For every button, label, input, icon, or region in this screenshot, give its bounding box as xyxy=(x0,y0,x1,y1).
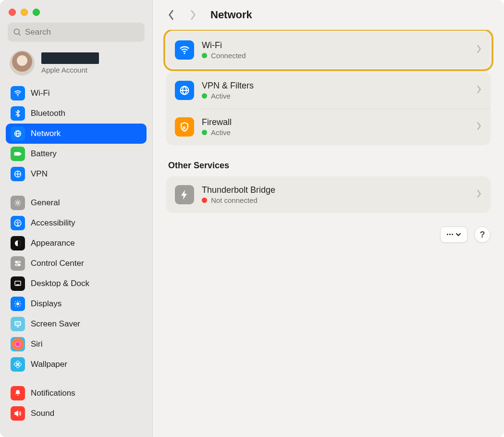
displays-icon xyxy=(11,297,25,311)
page-title: Network xyxy=(210,9,252,21)
sidebar-item-label: Displays xyxy=(31,299,61,309)
sidebar-item-siri[interactable]: Siri xyxy=(6,334,147,354)
chevron-right-icon xyxy=(190,10,197,20)
gear-icon xyxy=(11,196,25,210)
question-mark-icon: ? xyxy=(480,230,485,240)
minimize-window-button[interactable] xyxy=(21,9,28,16)
search-input[interactable] xyxy=(25,27,140,37)
sidebar-item-general[interactable]: General xyxy=(6,193,147,213)
svg-point-2 xyxy=(17,95,18,96)
sidebar-item-label: Accessibility xyxy=(31,218,75,228)
svg-point-14 xyxy=(18,264,19,265)
service-status: Not connected xyxy=(202,196,275,204)
service-status-text: Not connected xyxy=(211,196,258,204)
dock-icon xyxy=(11,276,25,291)
sidebar-item-label: Wallpaper xyxy=(31,360,67,369)
sidebar-item-sound[interactable]: Sound xyxy=(6,403,147,424)
account-name-redacted xyxy=(41,52,99,64)
close-window-button[interactable] xyxy=(9,9,16,16)
sidebar-item-bluetooth[interactable]: Bluetooth xyxy=(6,103,147,124)
svg-point-0 xyxy=(14,29,19,34)
sidebar-item-appearance[interactable]: Appearance xyxy=(6,233,147,253)
wallpaper-icon xyxy=(11,357,25,372)
sidebar-item-label: Sound xyxy=(31,409,54,418)
siri-icon xyxy=(11,337,25,351)
service-status-text: Active xyxy=(211,128,231,137)
back-button[interactable] xyxy=(166,8,176,22)
nav-arrows xyxy=(166,8,198,22)
sidebar-item-accessibility[interactable]: Accessibility xyxy=(6,213,147,233)
help-button[interactable]: ? xyxy=(474,226,491,243)
sidebar-item-control-center[interactable]: Control Center xyxy=(6,253,147,274)
main-header: Network xyxy=(153,0,504,30)
speaker-icon xyxy=(11,406,25,421)
chevron-right-icon xyxy=(476,189,482,200)
service-row-vpn-filters[interactable]: VPN & Filters Active xyxy=(166,72,491,109)
service-row-wifi[interactable]: Wi-Fi Connected xyxy=(166,32,491,68)
svg-rect-16 xyxy=(16,285,20,286)
service-row-thunderbolt-bridge[interactable]: Thunderbolt Bridge Not connected xyxy=(166,176,491,213)
bell-icon xyxy=(11,386,25,400)
service-status: Active xyxy=(202,92,254,100)
svg-point-7 xyxy=(17,202,19,204)
chevron-right-icon xyxy=(476,122,482,132)
svg-rect-5 xyxy=(20,153,21,154)
search-icon xyxy=(12,27,22,37)
service-title: Wi-Fi xyxy=(202,40,246,50)
search-field[interactable] xyxy=(8,23,145,42)
bluetooth-icon xyxy=(11,106,25,121)
service-status: Active xyxy=(202,128,232,137)
service-title: Thunderbolt Bridge xyxy=(202,185,275,195)
service-status: Connected xyxy=(202,51,246,60)
sidebar-item-label: Screen Saver xyxy=(31,319,80,329)
apple-account-row[interactable]: Apple Account xyxy=(5,48,148,83)
sidebar-item-label: Siri xyxy=(31,339,43,349)
more-options-button[interactable]: ··· xyxy=(440,226,467,243)
window-controls xyxy=(5,6,148,23)
accessibility-icon xyxy=(11,216,25,230)
sidebar-item-vpn[interactable]: VPN xyxy=(6,164,147,184)
footer-actions: ··· ? xyxy=(166,226,491,243)
chevron-right-icon xyxy=(476,85,482,96)
forward-button[interactable] xyxy=(188,8,198,22)
other-services-heading: Other Services xyxy=(168,161,489,171)
sidebar-item-label: General xyxy=(31,198,60,208)
svg-rect-4 xyxy=(14,152,20,155)
sidebar-item-wallpaper[interactable]: Wallpaper xyxy=(6,354,147,375)
svg-point-9 xyxy=(17,221,18,222)
sidebar-item-battery[interactable]: Battery xyxy=(6,144,147,164)
globe-network-icon xyxy=(175,81,194,100)
sidebar-item-notifications[interactable]: Notifications xyxy=(6,383,147,403)
sidebar-item-displays[interactable]: Displays xyxy=(6,294,147,314)
status-dot-icon xyxy=(202,130,207,135)
thunderbolt-icon xyxy=(175,185,194,204)
chevron-down-icon xyxy=(455,233,461,237)
sidebar-item-label: Battery xyxy=(31,149,57,159)
service-row-firewall[interactable]: Firewall Active xyxy=(166,109,491,145)
appearance-icon xyxy=(11,236,25,250)
sidebar-item-desktop-dock[interactable]: Desktop & Dock xyxy=(6,274,147,294)
service-status-text: Active xyxy=(211,92,231,100)
svg-point-27 xyxy=(15,342,21,347)
account-subtitle: Apple Account xyxy=(41,66,99,74)
svg-line-22 xyxy=(15,301,16,302)
main-panel: Network Wi-Fi Connected xyxy=(153,0,504,437)
zoom-window-button[interactable] xyxy=(33,9,40,16)
sidebar-item-wifi[interactable]: Wi-Fi xyxy=(6,83,147,103)
sidebar: Apple Account Wi-Fi Bluetooth Ne xyxy=(0,0,153,437)
avatar xyxy=(10,50,35,75)
vpn-icon xyxy=(11,167,25,181)
service-title: VPN & Filters xyxy=(202,81,254,91)
screen-saver-icon xyxy=(11,317,25,331)
sidebar-group-alerts: Notifications Sound xyxy=(6,383,147,424)
sidebar-item-network[interactable]: Network xyxy=(6,124,147,144)
svg-point-29 xyxy=(184,53,185,54)
svg-point-17 xyxy=(16,302,19,305)
sidebar-item-label: Appearance xyxy=(31,238,75,248)
sidebar-item-screen-saver[interactable]: Screen Saver xyxy=(6,314,147,334)
sidebar-item-label: VPN xyxy=(31,169,48,179)
control-center-icon xyxy=(11,256,25,271)
status-dot-icon xyxy=(202,198,207,203)
svg-line-25 xyxy=(20,301,21,302)
status-dot-icon xyxy=(202,53,207,58)
